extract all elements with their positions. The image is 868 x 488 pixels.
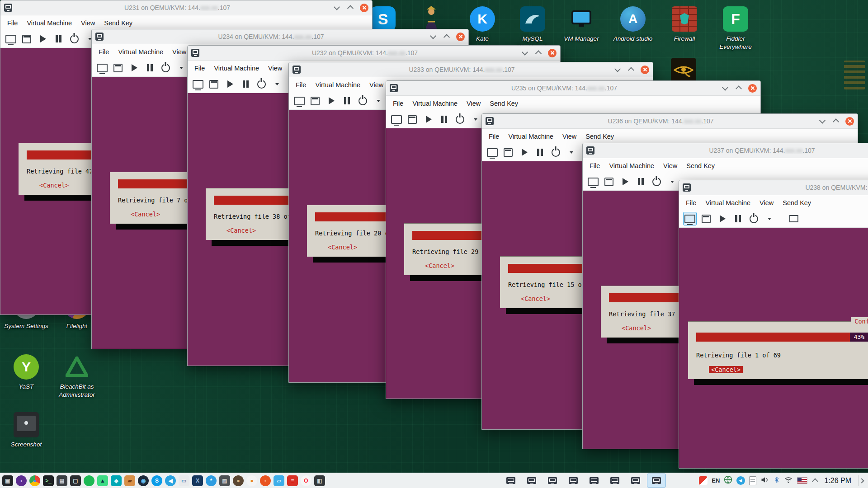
desktop-icon-mysql-workbench[interactable]: MySQL Workbench [510, 6, 555, 51]
details-button[interactable] [20, 33, 33, 45]
bluetooth-icon[interactable] [774, 476, 780, 486]
titlebar[interactable]: U233 on QEMU/KVM: 144.xxx.xx.107 [289, 62, 653, 77]
close-button[interactable] [748, 84, 757, 93]
cancel-button[interactable]: <Cancel> [328, 244, 357, 251]
vm-console-screen[interactable]: Configuring 43% Retrieving file 1 of 69 … [679, 228, 868, 468]
pause-button[interactable] [143, 61, 156, 74]
menu-view[interactable]: View [755, 197, 778, 208]
desktop-icon-bleachbit[interactable]: BleachBit as Administrator [54, 354, 99, 399]
details-button[interactable] [406, 113, 419, 126]
menu-send-key[interactable]: Send Key [682, 160, 719, 171]
taskbar-app-icon[interactable]: ▲ [97, 475, 108, 486]
us-flag-icon[interactable] [797, 477, 807, 484]
clock[interactable]: 1:26 PM [824, 477, 851, 485]
desktop-icon-yast[interactable]: Y YaST [4, 354, 49, 391]
taskbar-app-icon[interactable]: ◀ [165, 475, 176, 486]
run-button[interactable] [36, 33, 49, 45]
run-button[interactable] [422, 113, 434, 126]
menu-send-key[interactable]: Send Key [778, 197, 815, 208]
menu-file[interactable]: File [292, 80, 310, 90]
menu-virtual-machine[interactable]: Virtual Machine [701, 197, 755, 208]
shutdown-menu-caret[interactable] [372, 94, 385, 107]
network-globe-icon[interactable] [724, 475, 732, 486]
shutdown-menu-caret[interactable] [666, 175, 679, 188]
details-button[interactable] [700, 212, 712, 225]
desktop-icon-vm-manager[interactable]: VM Manager [559, 6, 604, 43]
close-button[interactable] [845, 117, 854, 126]
taskbar-vm-window-button[interactable] [605, 474, 624, 488]
fullscreen-button[interactable] [788, 212, 800, 225]
taskbar-app-icon[interactable]: >_ [43, 475, 54, 486]
taskbar-vm-window-button[interactable] [626, 474, 645, 488]
console-display-button[interactable] [293, 94, 306, 107]
maximize-button[interactable] [443, 33, 451, 41]
pause-button[interactable] [239, 78, 252, 90]
taskbar-vm-window-button[interactable] [522, 474, 541, 488]
cancel-button[interactable]: <Cancel> [425, 262, 454, 269]
menu-send-key[interactable]: Send Key [486, 98, 522, 109]
shutdown-button[interactable] [255, 78, 268, 90]
panel-expander[interactable] [858, 475, 865, 486]
cancel-button[interactable]: <Cancel> [521, 295, 550, 302]
menu-file[interactable]: File [94, 47, 113, 57]
tray-notification-icon[interactable] [699, 476, 708, 485]
shutdown-menu-caret[interactable] [565, 146, 578, 159]
console-display-button[interactable] [192, 78, 204, 90]
taskbar-app-icon[interactable]: ▨ [219, 475, 230, 486]
menu-virtual-machine[interactable]: Virtual Machine [114, 47, 167, 57]
taskbar-vm-window-button[interactable] [564, 474, 583, 488]
cancel-button[interactable]: <Cancel> [226, 227, 256, 234]
minimize-button[interactable] [818, 117, 826, 125]
cancel-button[interactable]: <Cancel> [131, 211, 160, 218]
menu-view[interactable]: View [365, 80, 387, 90]
desktop-icon-screenshot[interactable]: Screenshot [4, 412, 49, 449]
console-display-button[interactable] [96, 61, 108, 74]
maximize-button[interactable] [627, 66, 635, 74]
taskbar-vm-window-button[interactable] [585, 474, 604, 488]
taskbar-app-icon[interactable]: X [192, 475, 203, 486]
menu-virtual-machine[interactable]: Virtual Machine [408, 98, 462, 109]
pause-button[interactable] [731, 212, 744, 225]
desktop-icon-android-studio[interactable]: A Android studio [610, 6, 656, 43]
taskbar-app-icon[interactable]: * [206, 475, 217, 486]
taskbar-app-icon[interactable]: ◉ [138, 475, 149, 486]
taskbar-app-icon[interactable]: ◧ [314, 475, 325, 486]
menu-virtual-machine[interactable]: Virtual Machine [605, 160, 658, 171]
minimize-button[interactable] [521, 49, 529, 57]
taskbar-vm-window-button[interactable] [647, 474, 666, 488]
maximize-button[interactable] [346, 4, 354, 12]
taskbar-vm-window-button[interactable] [501, 474, 520, 488]
minimize-button[interactable] [721, 84, 729, 92]
pause-button[interactable] [52, 33, 65, 45]
run-button[interactable] [518, 146, 530, 159]
menu-view[interactable]: View [462, 98, 485, 109]
tray-expander-caret-icon[interactable] [811, 477, 819, 484]
details-button[interactable] [502, 146, 514, 159]
menu-file[interactable]: File [485, 131, 503, 142]
run-button[interactable] [716, 212, 728, 225]
taskbar-app-icon[interactable]: ▭ [179, 475, 189, 486]
menu-view[interactable]: View [77, 18, 99, 28]
pause-button[interactable] [634, 175, 647, 188]
menu-view[interactable]: View [558, 131, 580, 142]
minimize-button[interactable] [333, 4, 341, 12]
desktop-icon-firewall[interactable]: Firewall [662, 6, 707, 43]
shutdown-button[interactable] [453, 113, 466, 126]
run-button[interactable] [618, 175, 631, 188]
menu-file[interactable]: File [389, 98, 407, 109]
console-display-button[interactable] [683, 212, 697, 225]
taskbar-app-icon[interactable]: ▰ [124, 475, 135, 486]
menu-file[interactable]: File [585, 160, 604, 171]
menu-view[interactable]: View [264, 63, 286, 74]
menu-file[interactable]: File [682, 197, 700, 208]
run-button[interactable] [223, 78, 236, 90]
pause-button[interactable] [438, 113, 450, 126]
wifi-icon[interactable] [784, 476, 793, 486]
cancel-button[interactable]: <Cancel> [39, 182, 69, 189]
details-button[interactable] [112, 61, 124, 74]
minimize-button[interactable] [613, 66, 622, 74]
titlebar[interactable]: U235 on QEMU/KVM: 144.xxx.xx.107 [386, 81, 760, 96]
shutdown-button[interactable] [549, 146, 562, 159]
close-button[interactable] [456, 33, 465, 41]
pause-button[interactable] [533, 146, 546, 159]
